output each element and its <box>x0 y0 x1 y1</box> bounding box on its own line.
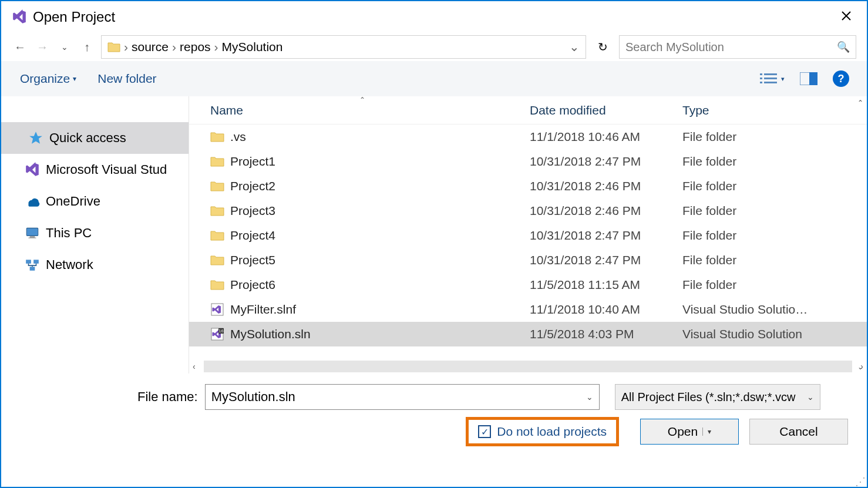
file-row[interactable]: Project410/31/2018 2:47 PMFile folder <box>189 223 867 248</box>
cancel-label: Cancel <box>779 425 817 439</box>
recent-dropdown[interactable]: ⌄ <box>56 39 73 55</box>
file-row[interactable]: .vs11/1/2018 10:46 AMFile folder <box>189 124 867 149</box>
chevron-down-icon: ⌄ <box>807 392 814 402</box>
filename-label: File name: <box>137 389 198 405</box>
chevron-right-icon: › <box>124 40 128 54</box>
open-label: Open <box>668 425 698 439</box>
sidebar-item-onedrive[interactable]: OneDrive <box>1 186 189 217</box>
vertical-scrollbar[interactable]: ⌃ ⌄ <box>854 96 867 373</box>
file-row[interactable]: 16MySolution.sln11/5/2018 4:03 PMVisual … <box>189 322 867 346</box>
horizontal-scrollbar[interactable]: ‹ › <box>189 359 867 373</box>
filename-combobox[interactable]: ⌄ <box>205 384 600 410</box>
new-folder-button[interactable]: New folder <box>97 72 156 86</box>
scroll-left-icon[interactable]: ‹ <box>189 362 199 371</box>
nav-bar: ← → ⌄ ↑ › source › repos › MySolution ⌄ … <box>1 33 867 61</box>
svg-rect-11 <box>26 260 31 264</box>
file-row[interactable]: Project510/31/2018 2:47 PMFile folder <box>189 248 867 272</box>
breadcrumb-item[interactable]: repos <box>180 40 211 54</box>
breadcrumb-item[interactable]: source <box>132 40 169 54</box>
file-type-cell: File folder <box>682 204 867 218</box>
refresh-button[interactable]: ↻ <box>592 36 613 58</box>
file-name-cell: Project6 <box>189 278 530 292</box>
scroll-up-icon[interactable]: ⌃ <box>857 99 863 107</box>
file-row[interactable]: Project110/31/2018 2:47 PMFile folder <box>189 149 867 174</box>
filename-input[interactable] <box>211 389 586 405</box>
cancel-button[interactable]: Cancel <box>749 419 848 445</box>
preview-pane-button[interactable] <box>800 72 817 85</box>
svg-rect-7 <box>809 72 817 85</box>
svg-rect-8 <box>26 228 38 235</box>
do-not-load-projects-label[interactable]: Do not load projects <box>497 425 607 439</box>
column-date-modified[interactable]: Date modified <box>530 103 682 117</box>
file-type-cell: Visual Studio Solution <box>682 327 867 341</box>
file-row[interactable]: MyFilter.slnf11/1/2018 10:40 AMVisual St… <box>189 297 867 322</box>
details-view-icon <box>760 72 778 85</box>
file-name-cell: Project5 <box>189 253 530 267</box>
file-row[interactable]: Project210/31/2018 2:46 PMFile folder <box>189 174 867 198</box>
view-mode-button[interactable]: ▾ <box>760 72 785 85</box>
file-type-cell: File folder <box>682 154 867 169</box>
file-date-cell: 11/1/2018 10:46 AM <box>530 130 682 144</box>
sidebar-item-label: OneDrive <box>46 194 100 209</box>
file-row[interactable]: Project310/31/2018 2:46 PMFile folder <box>189 198 867 223</box>
column-name[interactable]: Name <box>189 103 530 117</box>
file-type-cell: File folder <box>682 228 867 243</box>
file-name-cell: Project2 <box>189 179 530 193</box>
file-date-cell: 11/5/2018 4:03 PM <box>530 327 682 341</box>
forward-button[interactable]: → <box>34 39 51 55</box>
chevron-down-icon: ▾ <box>73 75 76 83</box>
toolbar: Organize▾ New folder ▾ ? <box>1 61 867 96</box>
title-bar: Open Project <box>1 1 867 33</box>
do-not-load-projects-checkbox[interactable]: ✓ <box>478 425 491 438</box>
search-icon[interactable]: 🔍 <box>837 41 850 53</box>
svg-rect-0 <box>760 73 762 75</box>
svg-rect-3 <box>764 73 777 75</box>
breadcrumb-bar[interactable]: › source › repos › MySolution ⌄ <box>101 35 586 59</box>
dialog-title: Open Project <box>33 9 115 25</box>
scroll-down-icon[interactable]: ⌄ <box>857 363 863 371</box>
file-rows: .vs11/1/2018 10:46 AMFile folderProject1… <box>189 124 867 359</box>
filter-label: All Project Files (*.sln;*.dsw;*.vcw <box>621 391 796 404</box>
file-type-cell: Visual Studio Solutio… <box>682 302 867 317</box>
folder-icon <box>107 41 120 53</box>
column-type[interactable]: Type <box>682 103 867 117</box>
svg-rect-1 <box>760 78 762 79</box>
file-list-area: ⌃ Name Date modified Type .vs11/1/2018 1… <box>189 96 867 373</box>
sidebar-item-label: Network <box>46 257 93 272</box>
chevron-down-icon: ▾ <box>781 75 785 83</box>
up-button[interactable]: ↑ <box>79 39 95 55</box>
file-type-filter[interactable]: All Project Files (*.sln;*.dsw;*.vcw ⌄ <box>615 384 820 410</box>
resize-grip-icon[interactable]: ⋰ <box>855 475 864 484</box>
file-row[interactable]: Project611/5/2018 11:15 AMFile folder <box>189 272 867 297</box>
chevron-down-icon[interactable]: ⌄ <box>569 40 580 54</box>
do-not-load-projects-highlight: ✓ Do not load projects <box>466 417 619 446</box>
svg-rect-9 <box>30 236 35 237</box>
sidebar-item-pc[interactable]: This PC <box>1 217 189 249</box>
file-type-cell: File folder <box>682 278 867 292</box>
sidebar-item-quickaccess[interactable]: Quick access <box>1 122 189 154</box>
chevron-right-icon: › <box>214 40 218 54</box>
back-button[interactable]: ← <box>12 39 28 55</box>
close-icon <box>841 11 852 21</box>
file-name-cell: Project3 <box>189 204 530 218</box>
file-date-cell: 10/31/2018 2:47 PM <box>530 253 682 267</box>
close-button[interactable] <box>836 7 856 27</box>
chevron-down-icon[interactable]: ⌄ <box>586 392 593 402</box>
breadcrumb-item[interactable]: MySolution <box>222 40 283 54</box>
open-button[interactable]: Open ▾ <box>640 419 739 445</box>
footer: File name: ⌄ All Project Files (*.sln;*.… <box>1 373 867 452</box>
split-button-chevron-icon[interactable]: ▾ <box>702 428 711 436</box>
search-box[interactable]: 🔍 <box>619 35 856 59</box>
file-type-cell: File folder <box>682 130 867 144</box>
organize-menu[interactable]: Organize▾ <box>20 72 76 86</box>
filename-row: File name: ⌄ All Project Files (*.sln;*.… <box>20 384 848 410</box>
scrollbar-track[interactable] <box>204 361 853 372</box>
svg-rect-4 <box>764 78 777 79</box>
sidebar-item-network[interactable]: Network <box>1 249 189 281</box>
svg-rect-5 <box>764 82 777 83</box>
sidebar-item-vs[interactable]: Microsoft Visual Stud <box>1 154 189 186</box>
help-button[interactable]: ? <box>833 70 849 87</box>
search-input[interactable] <box>625 41 837 54</box>
body-area: Quick accessMicrosoft Visual StudOneDriv… <box>1 96 867 373</box>
sidebar-item-label: Microsoft Visual Stud <box>46 162 167 177</box>
